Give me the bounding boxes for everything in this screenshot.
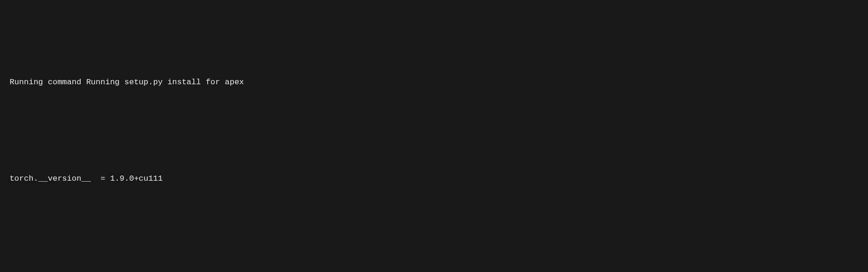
blank-line: [0, 270, 868, 272]
blank-line: [0, 109, 868, 120]
running-command-line: Running command Running setup.py install…: [0, 77, 868, 88]
blank-line: [0, 206, 868, 217]
blank-line: [0, 141, 868, 152]
blank-line: [0, 238, 868, 249]
terminal-output[interactable]: Running command Running setup.py install…: [0, 45, 868, 272]
torch-version-line: torch.__version__ = 1.9.0+cu111: [0, 174, 868, 184]
